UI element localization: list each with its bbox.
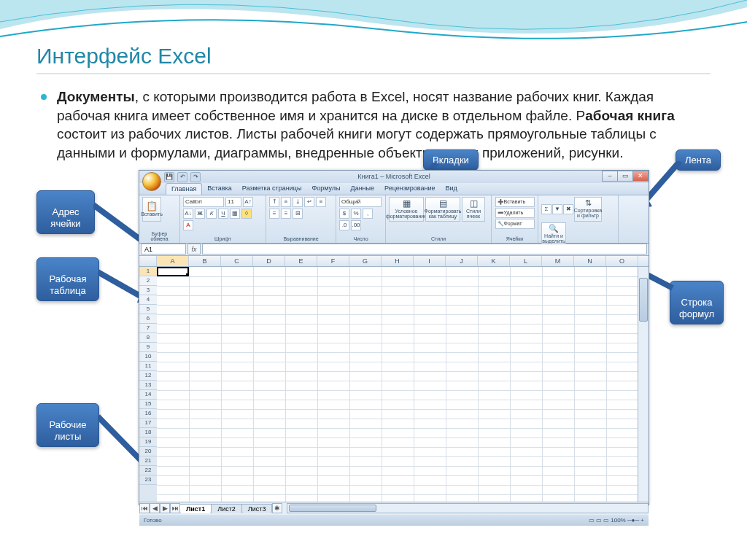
col-header[interactable]: K: [478, 256, 510, 266]
tab-data[interactable]: Данные: [346, 183, 380, 195]
align-middle-icon[interactable]: ≡: [281, 197, 291, 207]
sheet-nav-first-icon[interactable]: ⏮: [139, 503, 150, 513]
sheet-nav-last-icon[interactable]: ⏭: [170, 503, 180, 513]
paste-button[interactable]: 📋Вставить: [142, 197, 161, 222]
row-header[interactable]: 21: [139, 456, 157, 466]
align-center-icon[interactable]: ≡: [269, 209, 279, 219]
fill-color-icon[interactable]: ◊: [241, 209, 252, 219]
col-header[interactable]: G: [349, 256, 382, 266]
italic-icon[interactable]: К: [206, 209, 217, 219]
col-header[interactable]: A: [157, 256, 189, 266]
qa-redo-icon[interactable]: ↷: [190, 172, 201, 182]
select-all-button[interactable]: [139, 256, 157, 266]
minimize-button[interactable]: –: [602, 171, 618, 182]
row-header[interactable]: 1: [139, 267, 157, 276]
percent-icon[interactable]: %: [351, 209, 361, 219]
decrease-decimal-icon[interactable]: .00: [351, 220, 361, 230]
row-header[interactable]: 15: [139, 400, 157, 409]
horizontal-scrollbar[interactable]: [287, 503, 649, 513]
row-header[interactable]: 12: [139, 371, 157, 381]
col-header[interactable]: O: [606, 256, 638, 266]
row-header[interactable]: 18: [139, 428, 157, 438]
tab-formulas[interactable]: Формулы: [306, 183, 345, 195]
conditional-formatting-button[interactable]: ▦Условное форматирование: [389, 197, 424, 222]
formula-input[interactable]: [202, 244, 647, 254]
row-header[interactable]: 9: [139, 343, 157, 352]
sheet-tab[interactable]: Лист3: [241, 504, 273, 513]
row-header[interactable]: 11: [139, 362, 157, 371]
border-icon[interactable]: ▦: [230, 209, 240, 219]
col-header[interactable]: E: [285, 256, 317, 266]
underline-icon[interactable]: Ч: [218, 209, 228, 219]
scroll-thumb[interactable]: [289, 505, 376, 512]
row-header[interactable]: 10: [139, 352, 157, 362]
col-header[interactable]: F: [317, 256, 349, 266]
sheet-nav-prev-icon[interactable]: ◀: [150, 503, 160, 513]
vertical-scrollbar[interactable]: [638, 267, 649, 502]
increase-decimal-icon[interactable]: .0: [339, 220, 349, 230]
insert-cells-button[interactable]: ➕ Вставить: [495, 197, 535, 207]
align-bottom-icon[interactable]: ⤓: [293, 197, 303, 207]
row-header[interactable]: 20: [139, 447, 157, 456]
merge-icon[interactable]: ⊞: [293, 209, 303, 219]
bold-icon[interactable]: Ж: [195, 209, 205, 219]
cell-grid[interactable]: [157, 267, 638, 502]
maximize-button[interactable]: ▭: [617, 171, 633, 182]
row-header[interactable]: 7: [139, 324, 157, 333]
new-sheet-icon[interactable]: ✱: [272, 503, 282, 513]
format-as-table-button[interactable]: ▤Форматировать как таблицу: [425, 197, 460, 222]
col-header[interactable]: C: [221, 256, 253, 266]
row-header[interactable]: 17: [139, 419, 157, 428]
tab-review[interactable]: Рецензирование: [379, 183, 441, 195]
fx-button[interactable]: fx: [187, 244, 201, 254]
increase-font-icon[interactable]: A↑: [243, 197, 253, 207]
fill-icon[interactable]: ▼: [552, 204, 562, 214]
row-header[interactable]: 23: [139, 475, 157, 485]
tab-home[interactable]: Главная: [166, 183, 202, 195]
delete-cells-button[interactable]: ➖ Удалить: [495, 208, 535, 218]
row-header[interactable]: 5: [139, 305, 157, 314]
row-header[interactable]: 8: [139, 333, 157, 343]
font-name-select[interactable]: Calibri: [183, 197, 224, 207]
scroll-thumb[interactable]: [639, 278, 648, 322]
align-right-icon[interactable]: ≡: [281, 209, 291, 219]
row-header[interactable]: 16: [139, 409, 157, 419]
row-header[interactable]: 13: [139, 381, 157, 390]
zoom-controls[interactable]: ▭ ▭ ▭ 100% ─●─ +: [589, 517, 644, 524]
row-header[interactable]: 4: [139, 295, 157, 305]
clear-icon[interactable]: ✖: [563, 204, 573, 214]
row-header[interactable]: 14: [139, 390, 157, 400]
sheet-tab[interactable]: Лист2: [211, 504, 242, 513]
row-header[interactable]: 6: [139, 314, 157, 324]
col-header[interactable]: I: [414, 256, 446, 266]
tab-page-layout[interactable]: Разметка страницы: [237, 183, 307, 195]
qa-undo-icon[interactable]: ↶: [177, 172, 187, 182]
col-header[interactable]: J: [446, 256, 478, 266]
col-header[interactable]: H: [382, 256, 414, 266]
sheet-nav-next-icon[interactable]: ▶: [160, 503, 170, 513]
row-header[interactable]: 2: [139, 276, 157, 286]
font-color-icon[interactable]: A: [183, 220, 193, 230]
align-top-icon[interactable]: ⤒: [269, 197, 279, 207]
row-header[interactable]: 22: [139, 466, 157, 475]
font-size-select[interactable]: 11: [225, 197, 241, 207]
comma-icon[interactable]: ,: [363, 209, 373, 219]
row-header[interactable]: 3: [139, 286, 157, 295]
decrease-font-icon[interactable]: A↓: [183, 209, 193, 219]
col-header[interactable]: N: [574, 256, 606, 266]
col-header[interactable]: B: [189, 256, 221, 266]
currency-icon[interactable]: $: [339, 209, 349, 219]
number-format-select[interactable]: Общий: [339, 197, 382, 207]
sort-filter-button[interactable]: ⇅Сортировка и фильтр: [574, 197, 602, 222]
format-cells-button[interactable]: 🔧 Формат: [495, 219, 535, 229]
autosum-icon[interactable]: Σ: [541, 204, 551, 214]
col-header[interactable]: M: [542, 256, 574, 266]
qa-save-icon[interactable]: 💾: [164, 172, 174, 182]
tab-insert[interactable]: Вставка: [202, 183, 236, 195]
col-header[interactable]: L: [510, 256, 542, 266]
align-left-icon[interactable]: ≡: [316, 197, 326, 207]
tab-view[interactable]: Вид: [441, 183, 462, 195]
name-box[interactable]: A1: [141, 244, 186, 254]
wrap-text-icon[interactable]: ↵: [304, 197, 314, 207]
office-button[interactable]: [142, 172, 161, 191]
